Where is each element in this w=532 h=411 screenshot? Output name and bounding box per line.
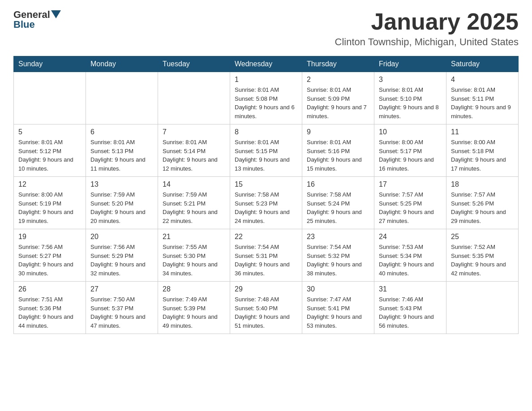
day-info: Sunrise: 8:01 AMSunset: 5:11 PMDaylight:…: [451, 86, 514, 120]
day-info: Sunrise: 8:01 AMSunset: 5:10 PMDaylight:…: [379, 86, 442, 120]
day-number: 26: [18, 285, 81, 293]
day-number: 13: [90, 180, 153, 188]
day-number: 15: [235, 180, 297, 188]
day-number: 4: [451, 76, 514, 84]
day-header-tuesday: Tuesday: [158, 56, 230, 72]
day-info: Sunrise: 7:47 AMSunset: 5:41 PMDaylight:…: [307, 295, 369, 330]
calendar-cell: 12Sunrise: 8:00 AMSunset: 5:19 PMDayligh…: [14, 177, 86, 229]
calendar-cell: 14Sunrise: 7:59 AMSunset: 5:21 PMDayligh…: [158, 177, 230, 229]
day-number: 30: [307, 285, 369, 293]
month-title: January 2025: [335, 9, 519, 34]
calendar-cell: 7Sunrise: 8:01 AMSunset: 5:14 PMDaylight…: [158, 124, 230, 177]
calendar-week-row: 19Sunrise: 7:56 AMSunset: 5:27 PMDayligh…: [14, 229, 519, 282]
calendar-cell: 24Sunrise: 7:53 AMSunset: 5:34 PMDayligh…: [374, 229, 446, 282]
day-number: 10: [379, 128, 442, 136]
day-number: 5: [18, 128, 81, 136]
day-number: 25: [451, 233, 514, 241]
calendar-cell: 21Sunrise: 7:55 AMSunset: 5:30 PMDayligh…: [158, 229, 230, 282]
day-info: Sunrise: 7:59 AMSunset: 5:20 PMDaylight:…: [90, 190, 153, 225]
day-info: Sunrise: 7:46 AMSunset: 5:43 PMDaylight:…: [379, 295, 442, 330]
day-info: Sunrise: 7:55 AMSunset: 5:30 PMDaylight:…: [163, 243, 225, 278]
day-number: 1: [235, 76, 297, 84]
day-info: Sunrise: 8:01 AMSunset: 5:12 PMDaylight:…: [18, 138, 81, 173]
day-number: 6: [90, 128, 153, 136]
calendar-table: SundayMondayTuesdayWednesdayThursdayFrid…: [13, 56, 519, 334]
title-section: January 2025 Clinton Township, Michigan,…: [335, 9, 519, 48]
day-info: Sunrise: 7:58 AMSunset: 5:23 PMDaylight:…: [235, 190, 297, 225]
day-number: 16: [307, 180, 369, 188]
day-info: Sunrise: 7:54 AMSunset: 5:31 PMDaylight:…: [235, 243, 297, 278]
day-number: 23: [307, 233, 369, 241]
day-header-sunday: Sunday: [14, 56, 86, 72]
day-info: Sunrise: 8:01 AMSunset: 5:09 PMDaylight:…: [307, 86, 369, 120]
day-number: 31: [379, 285, 442, 293]
day-info: Sunrise: 7:50 AMSunset: 5:37 PMDaylight:…: [90, 295, 153, 330]
day-number: 8: [235, 128, 297, 136]
calendar-cell: 29Sunrise: 7:48 AMSunset: 5:40 PMDayligh…: [230, 282, 302, 334]
calendar-cell: 15Sunrise: 7:58 AMSunset: 5:23 PMDayligh…: [230, 177, 302, 229]
calendar-cell: 3Sunrise: 8:01 AMSunset: 5:10 PMDaylight…: [374, 72, 446, 124]
day-number: 7: [163, 128, 225, 136]
day-number: 12: [18, 180, 81, 188]
calendar-week-row: 26Sunrise: 7:51 AMSunset: 5:36 PMDayligh…: [14, 282, 519, 334]
day-number: 2: [307, 76, 369, 84]
day-info: Sunrise: 8:00 AMSunset: 5:19 PMDaylight:…: [18, 190, 81, 225]
calendar-cell: 27Sunrise: 7:50 AMSunset: 5:37 PMDayligh…: [86, 282, 158, 334]
calendar-cell: 9Sunrise: 8:01 AMSunset: 5:16 PMDaylight…: [302, 124, 374, 177]
day-number: 24: [379, 233, 442, 241]
day-info: Sunrise: 7:57 AMSunset: 5:26 PMDaylight:…: [451, 190, 514, 225]
calendar-cell: 18Sunrise: 7:57 AMSunset: 5:26 PMDayligh…: [446, 177, 519, 229]
day-number: 9: [307, 128, 369, 136]
calendar-cell: 16Sunrise: 7:58 AMSunset: 5:24 PMDayligh…: [302, 177, 374, 229]
day-info: Sunrise: 7:51 AMSunset: 5:36 PMDaylight:…: [18, 295, 81, 330]
location-title: Clinton Township, Michigan, United State…: [335, 36, 519, 48]
calendar-cell: 4Sunrise: 8:01 AMSunset: 5:11 PMDaylight…: [446, 72, 519, 124]
calendar-cell: 19Sunrise: 7:56 AMSunset: 5:27 PMDayligh…: [14, 229, 86, 282]
calendar-cell: [446, 282, 519, 334]
calendar-cell: 22Sunrise: 7:54 AMSunset: 5:31 PMDayligh…: [230, 229, 302, 282]
calendar-week-row: 1Sunrise: 8:01 AMSunset: 5:08 PMDaylight…: [14, 72, 519, 124]
day-number: 20: [90, 233, 153, 241]
day-number: 21: [163, 233, 225, 241]
day-info: Sunrise: 7:59 AMSunset: 5:21 PMDaylight:…: [163, 190, 225, 225]
calendar-header-row: SundayMondayTuesdayWednesdayThursdayFrid…: [14, 56, 519, 72]
day-info: Sunrise: 7:49 AMSunset: 5:39 PMDaylight:…: [163, 295, 225, 330]
day-info: Sunrise: 7:56 AMSunset: 5:27 PMDaylight:…: [18, 243, 81, 278]
calendar-cell: 31Sunrise: 7:46 AMSunset: 5:43 PMDayligh…: [374, 282, 446, 334]
day-number: 14: [163, 180, 225, 188]
day-info: Sunrise: 8:01 AMSunset: 5:08 PMDaylight:…: [235, 86, 297, 120]
day-header-monday: Monday: [86, 56, 158, 72]
day-number: 18: [451, 180, 514, 188]
day-info: Sunrise: 8:00 AMSunset: 5:17 PMDaylight:…: [379, 138, 442, 173]
logo: General Blue: [13, 9, 61, 30]
day-header-saturday: Saturday: [446, 56, 519, 72]
day-number: 27: [90, 285, 153, 293]
day-number: 3: [379, 76, 442, 84]
calendar-cell: 30Sunrise: 7:47 AMSunset: 5:41 PMDayligh…: [302, 282, 374, 334]
calendar-week-row: 12Sunrise: 8:00 AMSunset: 5:19 PMDayligh…: [14, 177, 519, 229]
day-number: 22: [235, 233, 297, 241]
day-header-thursday: Thursday: [302, 56, 374, 72]
page-header: General Blue January 2025 Clinton Townsh…: [13, 9, 519, 48]
day-info: Sunrise: 7:56 AMSunset: 5:29 PMDaylight:…: [90, 243, 153, 278]
day-info: Sunrise: 7:48 AMSunset: 5:40 PMDaylight:…: [235, 295, 297, 330]
day-info: Sunrise: 8:01 AMSunset: 5:13 PMDaylight:…: [90, 138, 153, 173]
logo-arrow-icon: [51, 10, 61, 18]
day-header-wednesday: Wednesday: [230, 56, 302, 72]
calendar-cell: 23Sunrise: 7:54 AMSunset: 5:32 PMDayligh…: [302, 229, 374, 282]
day-info: Sunrise: 8:01 AMSunset: 5:14 PMDaylight:…: [163, 138, 225, 173]
calendar-cell: 1Sunrise: 8:01 AMSunset: 5:08 PMDaylight…: [230, 72, 302, 124]
day-info: Sunrise: 8:01 AMSunset: 5:16 PMDaylight:…: [307, 138, 369, 173]
day-info: Sunrise: 7:53 AMSunset: 5:34 PMDaylight:…: [379, 243, 442, 278]
calendar-cell: [86, 72, 158, 124]
calendar-cell: 8Sunrise: 8:01 AMSunset: 5:15 PMDaylight…: [230, 124, 302, 177]
day-number: 11: [451, 128, 514, 136]
day-info: Sunrise: 7:57 AMSunset: 5:25 PMDaylight:…: [379, 190, 442, 225]
day-info: Sunrise: 8:00 AMSunset: 5:18 PMDaylight:…: [451, 138, 514, 173]
calendar-cell: 13Sunrise: 7:59 AMSunset: 5:20 PMDayligh…: [86, 177, 158, 229]
day-info: Sunrise: 7:52 AMSunset: 5:35 PMDaylight:…: [451, 243, 514, 278]
day-header-friday: Friday: [374, 56, 446, 72]
calendar-cell: 10Sunrise: 8:00 AMSunset: 5:17 PMDayligh…: [374, 124, 446, 177]
calendar-week-row: 5Sunrise: 8:01 AMSunset: 5:12 PMDaylight…: [14, 124, 519, 177]
calendar-cell: 17Sunrise: 7:57 AMSunset: 5:25 PMDayligh…: [374, 177, 446, 229]
